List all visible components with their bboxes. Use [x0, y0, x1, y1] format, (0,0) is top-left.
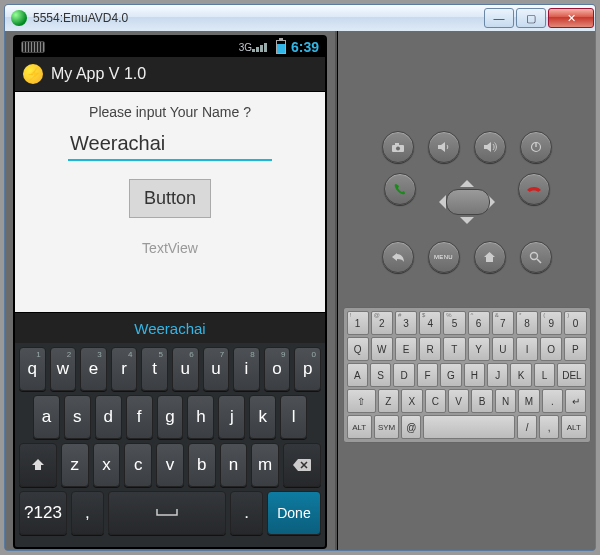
key-e[interactable]: e3 — [80, 347, 107, 391]
hkey-G[interactable]: G — [440, 363, 461, 387]
minimize-button[interactable]: — — [484, 8, 514, 28]
hkey-8[interactable]: 8* — [516, 311, 538, 335]
hkey-A[interactable]: A — [347, 363, 368, 387]
volume-down-button[interactable] — [428, 131, 460, 163]
hkey-del[interactable]: DEL — [557, 363, 586, 387]
hkey-3[interactable]: 3# — [395, 311, 417, 335]
key-x[interactable]: x — [93, 443, 121, 487]
hkey-1[interactable]: 1! — [347, 311, 369, 335]
key-s[interactable]: s — [64, 395, 91, 439]
hkey-E[interactable]: E — [395, 337, 417, 361]
hkey-M[interactable]: M — [518, 389, 539, 413]
hkey-9[interactable]: 9( — [540, 311, 562, 335]
hkey-T[interactable]: T — [443, 337, 465, 361]
hkey-B[interactable]: B — [471, 389, 492, 413]
key-n[interactable]: n — [220, 443, 248, 487]
hkey-5[interactable]: 5% — [443, 311, 465, 335]
key-q[interactable]: q1 — [19, 347, 46, 391]
dpad-down[interactable] — [460, 217, 474, 231]
hkey-sym[interactable]: SYM — [374, 415, 399, 439]
hkey-X[interactable]: X — [401, 389, 422, 413]
hkey-N[interactable]: N — [495, 389, 516, 413]
hkey-Q[interactable]: Q — [347, 337, 369, 361]
key-i[interactable]: i8 — [233, 347, 260, 391]
hkey-at[interactable]: @ — [401, 415, 421, 439]
dpad-center[interactable] — [446, 189, 490, 215]
hkey-H[interactable]: H — [464, 363, 485, 387]
key-c[interactable]: c — [124, 443, 152, 487]
end-call-button[interactable] — [518, 173, 550, 205]
hkey-slash[interactable]: / — [517, 415, 537, 439]
call-button[interactable] — [384, 173, 416, 205]
key-p[interactable]: p0 — [294, 347, 321, 391]
key-w[interactable]: w2 — [50, 347, 77, 391]
shift-key[interactable] — [19, 443, 57, 487]
space-key[interactable] — [108, 491, 227, 535]
key-b[interactable]: b — [188, 443, 216, 487]
key-m[interactable]: m — [251, 443, 279, 487]
hkey-K[interactable]: K — [510, 363, 531, 387]
hkey-O[interactable]: O — [540, 337, 562, 361]
dpad-up[interactable] — [460, 173, 474, 187]
camera-button[interactable] — [382, 131, 414, 163]
hkey-6[interactable]: 6^ — [468, 311, 490, 335]
comma-key[interactable]: , — [71, 491, 104, 535]
key-u[interactable]: u6 — [172, 347, 199, 391]
maximize-button[interactable]: ▢ — [516, 8, 546, 28]
key-v[interactable]: v — [156, 443, 184, 487]
hkey-F[interactable]: F — [417, 363, 438, 387]
hkey-C[interactable]: C — [425, 389, 446, 413]
hkey-R[interactable]: R — [419, 337, 441, 361]
hkey-0[interactable]: 0) — [564, 311, 586, 335]
search-button[interactable] — [520, 241, 552, 273]
key-t[interactable]: t5 — [141, 347, 168, 391]
key-j[interactable]: j — [218, 395, 245, 439]
hkey-4[interactable]: 4$ — [419, 311, 441, 335]
name-input[interactable] — [68, 128, 272, 161]
hkey-comma[interactable]: , — [539, 415, 559, 439]
hkey-alt-r[interactable]: ALT — [561, 415, 586, 439]
hkey-L[interactable]: L — [534, 363, 555, 387]
hkey-D[interactable]: D — [393, 363, 414, 387]
volume-up-button[interactable] — [474, 131, 506, 163]
hkey-S[interactable]: S — [370, 363, 391, 387]
hkey-I[interactable]: I — [516, 337, 538, 361]
dpad-left[interactable] — [432, 195, 446, 209]
power-button[interactable] — [520, 131, 552, 163]
hkey-U[interactable]: U — [492, 337, 514, 361]
hkey-alt-l[interactable]: ALT — [347, 415, 372, 439]
close-button[interactable]: ✕ — [548, 8, 594, 28]
back-button[interactable] — [382, 241, 414, 273]
hkey-.[interactable]: . — [542, 389, 563, 413]
hkey-Z[interactable]: Z — [378, 389, 399, 413]
dpad-right[interactable] — [488, 195, 502, 209]
hkey-Y[interactable]: Y — [468, 337, 490, 361]
period-key[interactable]: . — [230, 491, 263, 535]
key-f[interactable]: f — [126, 395, 153, 439]
key-r[interactable]: r4 — [111, 347, 138, 391]
key-o[interactable]: o9 — [264, 347, 291, 391]
key-u[interactable]: u7 — [203, 347, 230, 391]
hkey-shift-l[interactable]: ⇧ — [347, 389, 376, 413]
mode-key[interactable]: ?123 — [19, 491, 67, 535]
submit-button[interactable]: Button — [129, 179, 211, 218]
done-key[interactable]: Done — [267, 491, 321, 535]
key-d[interactable]: d — [95, 395, 122, 439]
hkey-J[interactable]: J — [487, 363, 508, 387]
hkey-2[interactable]: 2@ — [371, 311, 393, 335]
key-k[interactable]: k — [249, 395, 276, 439]
ime-suggestion[interactable]: Weerachai — [15, 312, 325, 343]
key-l[interactable]: l — [280, 395, 307, 439]
hkey-W[interactable]: W — [371, 337, 393, 361]
home-button[interactable] — [474, 241, 506, 273]
menu-button[interactable]: MENU — [428, 241, 460, 273]
hkey-P[interactable]: P — [564, 337, 586, 361]
key-z[interactable]: z — [61, 443, 89, 487]
hkey-↵[interactable]: ↵ — [565, 389, 586, 413]
hkey-V[interactable]: V — [448, 389, 469, 413]
backspace-key[interactable] — [283, 443, 321, 487]
hkey-7[interactable]: 7& — [492, 311, 514, 335]
key-h[interactable]: h — [187, 395, 214, 439]
key-g[interactable]: g — [157, 395, 184, 439]
key-a[interactable]: a — [33, 395, 60, 439]
